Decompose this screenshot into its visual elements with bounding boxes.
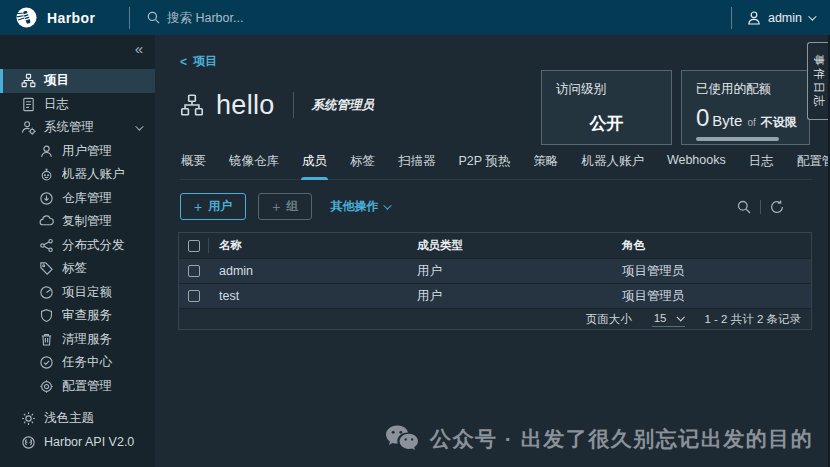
select-all-checkbox[interactable]: [188, 240, 200, 252]
plus-icon: +: [194, 200, 202, 214]
tab-webhooks[interactable]: Webhooks: [666, 147, 727, 179]
sidebar-item-api-explorer[interactable]: Harbor API V2.0: [0, 431, 155, 455]
tab-members[interactable]: 成员: [301, 147, 328, 179]
page-size-label: 页面大小: [586, 312, 632, 327]
chevron-down-icon: [384, 201, 392, 209]
access-level-card: 访问级别 公开: [541, 70, 672, 145]
column-header-member-type: 成员类型: [417, 238, 622, 253]
access-level-value: 公开: [556, 112, 657, 135]
tab-repositories[interactable]: 镜像仓库: [228, 147, 280, 179]
replication-icon: [39, 214, 54, 229]
sidebar-item-logs[interactable]: 日志: [0, 93, 155, 117]
row-checkbox[interactable]: [188, 265, 200, 277]
add-group-button[interactable]: + 组: [258, 193, 312, 220]
record-range: 1 - 2 共计 2 条记录: [705, 312, 802, 327]
refresh-icon[interactable]: [769, 199, 785, 215]
sidebar-item-label: 审查服务: [62, 307, 112, 324]
tab-p2p-preheat[interactable]: P2P 预热: [458, 147, 512, 179]
sidebar-item-clean-up[interactable]: 清理服务: [0, 328, 155, 352]
member-type: 用户: [417, 288, 622, 305]
add-user-label: 用户: [208, 198, 232, 215]
api-icon: [21, 435, 36, 450]
user-name: admin: [768, 11, 802, 25]
sidebar-item-label: 仓库管理: [62, 190, 112, 207]
members-table: 名称 成员类型 角色 admin 用户 项目管理员 test 用户 项目管理员 …: [178, 232, 812, 330]
sidebar-item-distribution[interactable]: 分布式分发: [0, 234, 155, 258]
robot-icon: [39, 167, 54, 182]
title-divider: [293, 92, 294, 118]
sidebar-item-label: 复制管理: [62, 213, 112, 230]
sidebar-item-project-quotas[interactable]: 项目定额: [0, 281, 155, 305]
quota-of-label: of: [747, 117, 755, 128]
quota-icon: [39, 285, 54, 300]
page-size-select[interactable]: 15: [652, 312, 685, 327]
sidebar-item-system-mgmt[interactable]: 系统管理: [0, 116, 155, 140]
sidebar-item-label: Harbor API V2.0: [44, 435, 134, 449]
tab-scanner[interactable]: 扫描器: [397, 147, 437, 179]
member-type: 用户: [417, 263, 622, 280]
sidebar-item-label: 日志: [44, 96, 69, 113]
sidebar-item-labels[interactable]: 标签: [0, 257, 155, 281]
search-icon: [146, 10, 161, 25]
sidebar-item-user-mgmt[interactable]: 用户管理: [0, 140, 155, 164]
more-actions-dropdown[interactable]: 其他操作: [330, 198, 389, 215]
page-title: hello: [216, 90, 275, 121]
event-log-tab[interactable]: 事件日志: [807, 42, 828, 120]
project-icon: [180, 93, 204, 117]
harbor-logo-icon: [15, 6, 38, 29]
chevron-down-icon: [808, 12, 816, 20]
tab-configuration[interactable]: 配置管理: [796, 147, 830, 179]
sidebar-item-label: 标签: [62, 260, 87, 277]
sidebar: « 项目 日志 系统管理 用户管理: [0, 35, 155, 467]
members-toolbar: + 用户 + 组 其他操作: [180, 193, 785, 220]
search-input[interactable]: [167, 11, 377, 25]
tab-logs[interactable]: 日志: [748, 147, 775, 179]
sidebar-item-robot-accounts[interactable]: 机器人账户: [0, 163, 155, 187]
sidebar-item-configuration[interactable]: 配置管理: [0, 375, 155, 399]
member-name: admin: [209, 264, 417, 278]
sidebar-item-projects[interactable]: 项目: [0, 69, 155, 93]
brand[interactable]: Harbor: [0, 6, 129, 29]
global-search[interactable]: [146, 10, 377, 25]
back-arrow-icon: <: [180, 55, 187, 69]
sidebar-item-replications[interactable]: 复制管理: [0, 210, 155, 234]
member-role: 项目管理员: [622, 263, 811, 280]
registry-icon: [39, 191, 54, 206]
chevron-down-icon: [676, 313, 684, 321]
sidebar-item-label: 机器人账户: [62, 166, 125, 183]
tab-policy[interactable]: 策略: [532, 147, 559, 179]
tab-labels[interactable]: 标签: [349, 147, 376, 179]
collapse-sidebar-icon[interactable]: «: [135, 40, 143, 57]
quota-unit: Byte: [712, 112, 742, 129]
system-mgmt-icon: [21, 120, 36, 135]
card-label: 访问级别: [556, 81, 657, 98]
filter-search-icon[interactable]: [736, 199, 752, 215]
projects-icon: [21, 73, 36, 88]
sidebar-item-registries[interactable]: 仓库管理: [0, 187, 155, 211]
plus-icon: +: [272, 200, 280, 214]
sidebar-item-label: 任务中心: [62, 354, 112, 371]
toolbar-icon-divider: [760, 200, 761, 214]
user-menu[interactable]: admin: [746, 10, 814, 26]
row-checkbox[interactable]: [188, 290, 200, 302]
role-badge: 系统管理员: [312, 97, 375, 114]
sidebar-item-job-center[interactable]: 任务中心: [0, 351, 155, 375]
sidebar-item-label: 系统管理: [44, 119, 94, 136]
tab-summary[interactable]: 概要: [180, 147, 207, 179]
gear-icon: [39, 379, 54, 394]
quota-progress-bar: [696, 137, 779, 141]
trash-icon: [39, 332, 54, 347]
sidebar-item-label: 清理服务: [62, 331, 112, 348]
sidebar-item-light-theme[interactable]: 浅色主题: [0, 407, 155, 431]
header-divider: [129, 7, 130, 29]
card-label: 已使用的配额: [696, 81, 795, 98]
table-pagination: 页面大小 15 1 - 2 共计 2 条记录: [179, 308, 811, 329]
table-row: admin 用户 项目管理员: [179, 258, 811, 283]
brand-name: Harbor: [47, 10, 95, 26]
tab-robot-accounts[interactable]: 机器人账户: [580, 147, 645, 179]
breadcrumb[interactable]: < 项目: [180, 53, 217, 70]
tag-icon: [39, 261, 54, 276]
column-header-role: 角色: [622, 238, 811, 253]
add-user-button[interactable]: + 用户: [180, 193, 246, 220]
sidebar-item-interrogation[interactable]: 审查服务: [0, 304, 155, 328]
